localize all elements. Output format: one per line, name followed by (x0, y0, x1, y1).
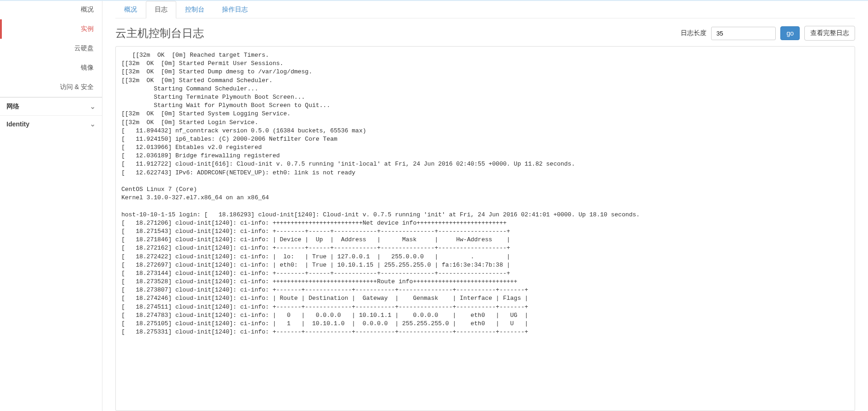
main-content: 概况 日志 控制台 操作日志 云主机控制台日志 日志长度 go 查看完整日志 [… (102, 0, 868, 411)
log-controls: 日志长度 go 查看完整日志 (681, 26, 855, 41)
sidebar-group-network[interactable]: 网络 ⌄ (0, 97, 102, 115)
log-length-input[interactable] (711, 27, 776, 40)
sidebar-item-instances[interactable]: 实例 (0, 19, 102, 39)
chevron-down-icon: ⌄ (90, 103, 96, 110)
tab-log[interactable]: 日志 (146, 1, 176, 18)
log-output: [[32m OK [0m] Reached target Timers. [[3… (121, 51, 849, 336)
sidebar-item-overview[interactable]: 概况 (0, 0, 102, 19)
tab-overview[interactable]: 概况 (115, 1, 146, 18)
log-length-label: 日志长度 (681, 29, 706, 37)
tab-console[interactable]: 控制台 (176, 1, 213, 18)
sidebar-group-label: Identity (6, 120, 30, 128)
go-button[interactable]: go (780, 26, 800, 40)
chevron-down-icon: ⌄ (90, 120, 96, 128)
sidebar-item-images[interactable]: 镜像 (0, 58, 102, 77)
sidebar: 概况 实例 云硬盘 镜像 访问 & 安全 网络 ⌄ Identity ⌄ (0, 0, 102, 411)
tab-action-log[interactable]: 操作日志 (213, 1, 257, 18)
page-title: 云主机控制台日志 (115, 26, 204, 41)
sidebar-group-label: 网络 (6, 102, 19, 111)
header-row: 云主机控制台日志 日志长度 go 查看完整日志 (115, 26, 855, 41)
sidebar-item-access-security[interactable]: 访问 & 安全 (0, 77, 102, 97)
sidebar-group-identity[interactable]: Identity ⌄ (0, 115, 102, 132)
tabs: 概况 日志 控制台 操作日志 (115, 1, 855, 18)
log-panel[interactable]: [[32m OK [0m] Reached target Timers. [[3… (115, 46, 855, 411)
top-border (0, 0, 868, 1)
sidebar-item-volumes[interactable]: 云硬盘 (0, 39, 102, 58)
view-full-log-button[interactable]: 查看完整日志 (804, 26, 855, 41)
